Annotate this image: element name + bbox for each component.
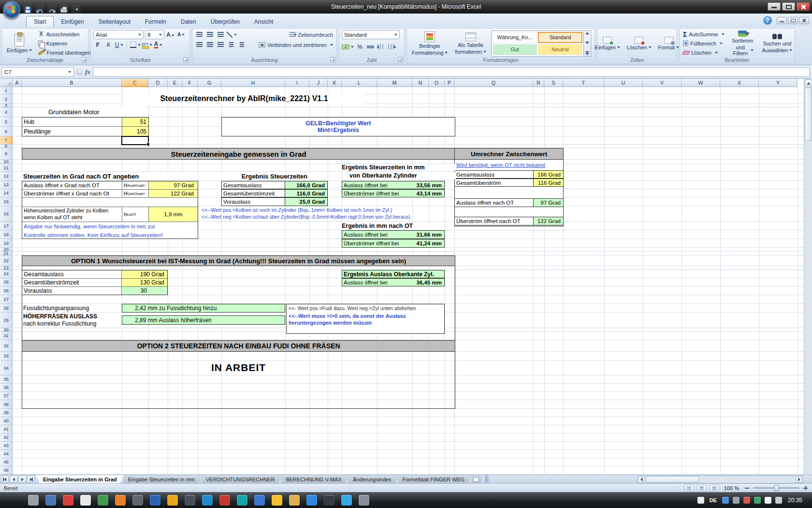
cell-result-ueberstoemzeit-value[interactable]: 116,0 Grad (285, 190, 327, 197)
align-top-button[interactable] (195, 30, 204, 39)
cell-ueberstroemer-grad-value[interactable]: 122 Grad (148, 190, 198, 197)
undo-button[interactable] (35, 5, 44, 15)
tray-icon-5[interactable] (754, 497, 761, 504)
cell-style-waehrung[interactable]: Währung_Ko... (493, 32, 537, 43)
insert-function-button[interactable] (76, 69, 83, 75)
row-header-2[interactable]: 2 (0, 94, 13, 104)
cell-gesamtauslass-value[interactable]: 166 Grad (533, 171, 563, 178)
row-header-30[interactable]: 30 (0, 328, 13, 332)
column-header-F[interactable]: F (182, 79, 198, 87)
zoom-slider-thumb[interactable] (774, 485, 779, 491)
cell-gesamtueberstroem-value[interactable]: 116 Grad (533, 179, 563, 186)
insert-cells-button[interactable]: Einfügen (593, 30, 623, 57)
copy-button[interactable]: Kopieren (37, 39, 91, 47)
close-button[interactable] (797, 2, 810, 11)
row-header-39[interactable]: 39 (0, 409, 13, 417)
cell-gesamtauslass-label[interactable]: Gesamtauslass (455, 171, 533, 178)
thousands-separator-button[interactable]: 000 (366, 42, 375, 51)
taskbar-app-icon-14[interactable] (254, 495, 265, 506)
cell-fraes-value[interactable]: 2,89 mm Auslass höherfräsen (122, 315, 285, 325)
workbook-close-button[interactable] (799, 17, 809, 24)
align-center-button[interactable] (205, 40, 215, 49)
row-header-7[interactable]: 7 (0, 136, 13, 145)
tray-icon-2[interactable] (722, 497, 729, 504)
maximize-button[interactable] (782, 2, 795, 11)
clear-button[interactable]: Löschen (682, 48, 725, 57)
percent-button[interactable]: % (355, 42, 364, 51)
sheet-tab-verdichtungsrechner[interactable]: VERDICHTUNGSRECHNER (199, 475, 281, 483)
column-header-B[interactable]: B (22, 79, 122, 87)
delete-cells-button[interactable]: Löschen (624, 30, 654, 57)
save-button[interactable] (23, 5, 32, 15)
format-painter-button[interactable]: Format übertragen (37, 48, 91, 57)
align-left-button[interactable] (195, 40, 204, 49)
align-right-button[interactable] (216, 40, 225, 49)
taskbar-app-icon-12[interactable] (219, 495, 230, 506)
row-header-4[interactable]: 4 (0, 107, 13, 117)
cell-mm-auslass-value[interactable]: 33,56 mm (410, 181, 444, 189)
column-header-Q[interactable]: Q (454, 79, 533, 87)
taskbar-app-icon-3[interactable] (63, 495, 73, 506)
cell-result-ueberstoemzeit-label[interactable]: Gesamtüberstömzeit (222, 190, 285, 197)
vertical-scroll-thumb[interactable] (805, 88, 812, 141)
tab-ansicht[interactable]: Ansicht (247, 16, 280, 27)
paste-button[interactable]: Einfügen (4, 30, 34, 57)
cell-ueberstroem-nach-ot-value[interactable]: 122 Grad (533, 217, 563, 225)
taskbar-app-icon-2[interactable] (45, 495, 56, 506)
row-header-42[interactable]: 42 (0, 433, 13, 442)
gallery-more-button[interactable] (585, 53, 589, 55)
cell-opt1-gesamtauslass-value[interactable]: 190 Grad (121, 270, 167, 278)
row-header-38[interactable]: 38 (0, 400, 13, 409)
gallery-down-button[interactable] (585, 42, 589, 44)
taskbar-app-icon-4[interactable] (80, 495, 91, 506)
horizontal-scroll-thumb[interactable] (646, 476, 699, 483)
column-header-I[interactable]: I (285, 79, 309, 87)
row-header-17[interactable]: 17 (0, 222, 13, 230)
column-header-O[interactable]: O (429, 79, 445, 87)
tray-icon-3[interactable] (733, 497, 740, 504)
find-select-button[interactable]: Suchen und Auswählen (760, 30, 795, 57)
zoom-level[interactable]: 100 % (722, 485, 741, 491)
accounting-format-button[interactable] (342, 42, 354, 51)
tray-icon-4[interactable] (743, 497, 750, 504)
column-header-K[interactable]: K (328, 79, 342, 87)
taskbar-app-icon-20[interactable] (359, 495, 369, 506)
scroll-up-button[interactable] (805, 79, 812, 87)
cell-auslass-grad-value[interactable]: 97 Grad (148, 181, 198, 189)
cell-hub-value[interactable]: 51 (122, 118, 148, 126)
sort-filter-button[interactable]: Sortieren und Filtern (729, 30, 756, 57)
active-cell-selection[interactable] (121, 136, 149, 145)
cell-opt1-ueberstroemzeit-label[interactable]: Gesamtüberströmzeit (22, 279, 121, 286)
taskbar-app-icon-11[interactable] (202, 495, 213, 506)
row-header-20[interactable]: 20 (0, 248, 13, 252)
taskbar-app-icon-18[interactable] (324, 495, 334, 506)
column-header-V[interactable]: V (643, 79, 682, 87)
cell-result-gesamtauslass-value[interactable]: 166,0 Grad (285, 181, 327, 189)
row-header-22[interactable]: 22 (0, 255, 13, 266)
fill-color-button[interactable] (142, 40, 152, 49)
row-header-9[interactable]: 9 (0, 148, 13, 160)
borders-button[interactable] (130, 40, 141, 49)
row-header-41[interactable]: 41 (0, 425, 13, 433)
wrap-text-button[interactable]: Zeilenumbruch (289, 30, 334, 39)
page-break-view-button[interactable] (710, 485, 719, 492)
cell-hoehenunterschied-label[interactable]: Höhenunterschied Zylinder zu Kolbenwenn … (22, 207, 122, 222)
cell-mm-ot-auslass-value[interactable]: 31,66 mm (410, 231, 444, 239)
row-header-23[interactable]: 23 (0, 266, 13, 270)
clipboard-dialog-launcher[interactable] (82, 57, 87, 62)
font-size-combo[interactable]: 8 (145, 30, 164, 39)
column-header-M[interactable]: M (377, 79, 412, 87)
column-header-J[interactable]: J (309, 79, 328, 87)
conditional-formatting-button[interactable]: Bedingte Formatierung (409, 31, 450, 56)
column-header-W[interactable]: W (682, 79, 720, 87)
row-header-19[interactable]: 19 (0, 239, 13, 248)
grid[interactable]: 1234567891011121314151617181920212223242… (0, 87, 804, 475)
cell-opt1-auslass-label[interactable]: Auslass öffnet bei (342, 279, 410, 286)
gallery-up-button[interactable] (585, 32, 589, 34)
office-button[interactable] (3, 1, 20, 18)
redo-button[interactable] (47, 5, 57, 15)
cell-pleullaenge-value[interactable]: 105 (122, 127, 148, 136)
cell-fudi-label[interactable]: Fussdichtungsanpassung (23, 304, 120, 312)
tab-ueberpruefen[interactable]: Überprüfen (203, 16, 247, 27)
cell-mm-auslass-label[interactable]: Auslass öffnet bei (342, 181, 410, 189)
